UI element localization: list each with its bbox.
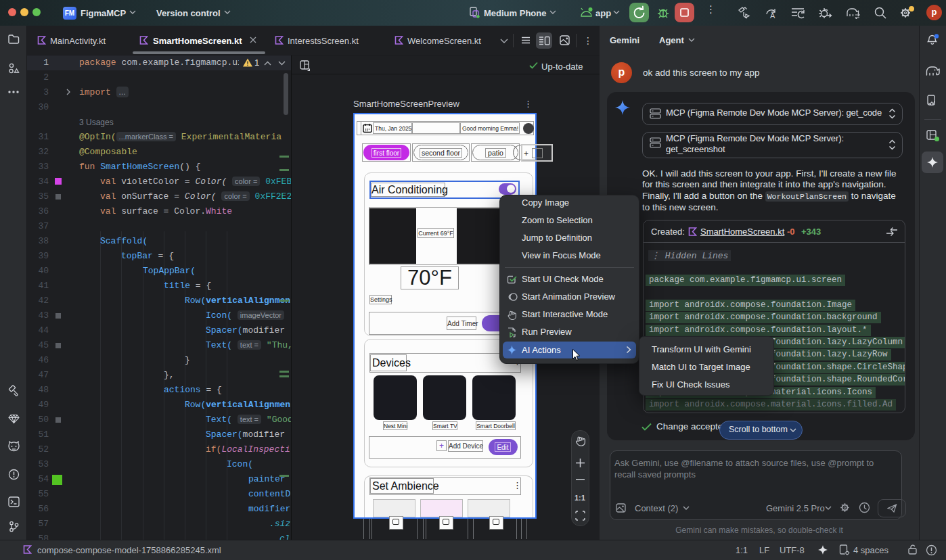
svg-text:A: A: [770, 11, 775, 20]
